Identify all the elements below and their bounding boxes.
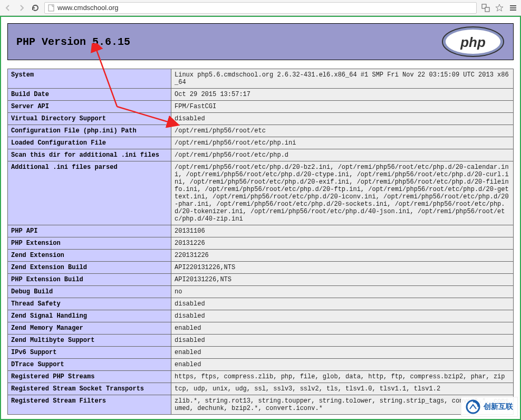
menu-button[interactable]: [508, 3, 518, 13]
watermark-text: 创新互联: [484, 402, 513, 412]
config-value: API220131226,NTS: [171, 262, 514, 274]
table-row: Registered Stream Socket Transportstcp, …: [8, 383, 514, 395]
arrow-right-icon: [18, 4, 25, 12]
config-key: Configuration File (php.ini) Path: [8, 125, 171, 137]
table-row: DTrace Supportenabled: [8, 359, 514, 371]
table-row: Zend Signal Handlingdisabled: [8, 310, 514, 322]
config-key: IPv6 Support: [8, 347, 171, 359]
url-text: www.cmdschool.org: [57, 4, 119, 12]
config-value: Linux php5.6.cmdschool.org 2.6.32-431.el…: [171, 69, 514, 89]
config-value: 220131226: [171, 250, 514, 262]
table-row: Zend Memory Managerenabled: [8, 322, 514, 335]
config-key: Server API: [8, 101, 171, 113]
config-value: 20131106: [171, 225, 514, 237]
table-row: Zend Extension220131226: [8, 250, 514, 262]
config-key: Registered PHP Streams: [8, 371, 171, 383]
config-value: /opt/remi/php56/root/etc/php.d/20-bz2.in…: [171, 161, 514, 225]
reload-icon: [31, 4, 40, 12]
config-key: Zend Extension: [8, 250, 171, 262]
svg-rect-2: [485, 7, 489, 12]
config-value: tcp, udp, unix, udg, ssl, sslv3, sslv2, …: [171, 383, 514, 395]
table-row: Additional .ini files parsed/opt/remi/ph…: [8, 161, 514, 225]
config-key: Zend Memory Manager: [8, 322, 171, 335]
config-key: Zend Signal Handling: [8, 310, 171, 322]
config-key: System: [8, 69, 171, 89]
watermark-logo-icon: [466, 399, 480, 414]
config-key: Virtual Directory Support: [8, 113, 171, 125]
table-row: Scan this dir for additional .ini files/…: [8, 149, 514, 161]
config-value: disabled: [171, 113, 514, 125]
php-logo-icon: php: [441, 26, 505, 58]
forward-button[interactable]: [17, 3, 26, 13]
arrow-left-icon: [4, 4, 12, 12]
svg-point-8: [467, 400, 479, 413]
svg-rect-0: [49, 5, 54, 11]
table-row: Configuration File (php.ini) Path/opt/re…: [8, 125, 514, 137]
config-key: Loaded Configuration File: [8, 137, 171, 149]
config-value: disabled: [171, 298, 514, 310]
php-version-title: PHP Version 5.6.15: [16, 36, 130, 48]
star-icon: [495, 4, 504, 12]
phpinfo-page: PHP Version 5.6.15 php SystemLinux php5.…: [1, 17, 520, 420]
watermark: 创新互联: [461, 397, 518, 417]
hamburger-icon: [509, 4, 517, 12]
reload-button[interactable]: [31, 3, 40, 13]
table-row: Zend Multibyte Supportdisabled: [8, 335, 514, 347]
table-row: SystemLinux php5.6.cmdschool.org 2.6.32-…: [8, 69, 514, 89]
config-value: enabled: [171, 322, 514, 335]
config-key: PHP Extension: [8, 237, 171, 250]
config-value: disabled: [171, 335, 514, 347]
config-value: enabled: [171, 347, 514, 359]
page-viewport[interactable]: PHP Version 5.6.15 php SystemLinux php5.…: [0, 16, 521, 420]
translate-button[interactable]: [481, 3, 490, 13]
phpinfo-header: PHP Version 5.6.15 php: [7, 23, 514, 60]
config-key: PHP Extension Build: [8, 274, 171, 286]
config-value: Oct 29 2015 13:57:17: [171, 89, 514, 101]
config-key: Scan this dir for additional .ini files: [8, 149, 171, 161]
config-value: API20131226,NTS: [171, 274, 514, 286]
table-row: Thread Safetydisabled: [8, 298, 514, 310]
back-button[interactable]: [3, 3, 13, 13]
config-key: Build Date: [8, 89, 171, 101]
table-row: Zend Extension BuildAPI220131226,NTS: [8, 262, 514, 274]
browser-toolbar: www.cmdschool.org: [0, 0, 521, 16]
table-row: Virtual Directory Supportdisabled: [8, 113, 514, 125]
phpinfo-table: SystemLinux php5.6.cmdschool.org 2.6.32-…: [7, 69, 514, 415]
config-key: PHP API: [8, 225, 171, 237]
config-value: /opt/remi/php56/root/etc: [171, 125, 514, 137]
config-key: Additional .ini files parsed: [8, 161, 171, 225]
translate-icon: [481, 4, 490, 12]
table-row: PHP Extension BuildAPI20131226,NTS: [8, 274, 514, 286]
table-row: PHP API20131106: [8, 225, 514, 237]
svg-text:php: php: [460, 34, 486, 50]
config-key: DTrace Support: [8, 359, 171, 371]
page-icon: [48, 4, 54, 12]
table-row: Registered Stream Filterszlib.*, string.…: [8, 395, 514, 415]
config-value: /opt/remi/php56/root/etc/php.ini: [171, 137, 514, 149]
bookmark-button[interactable]: [495, 3, 504, 13]
config-key: Registered Stream Filters: [8, 395, 171, 415]
address-bar[interactable]: www.cmdschool.org: [44, 2, 477, 14]
table-row: Build DateOct 29 2015 13:57:17: [8, 89, 514, 101]
config-value: FPM/FastCGI: [171, 101, 514, 113]
table-row: PHP Extension20131226: [8, 237, 514, 250]
table-row: Server APIFPM/FastCGI: [8, 101, 514, 113]
config-key: Zend Multibyte Support: [8, 335, 171, 347]
config-value: no: [171, 286, 514, 298]
config-value: 20131226: [171, 237, 514, 250]
config-value: enabled: [171, 359, 514, 371]
config-value: https, ftps, compress.zlib, php, file, g…: [171, 371, 514, 383]
config-key: Debug Build: [8, 286, 171, 298]
table-row: Registered PHP Streamshttps, ftps, compr…: [8, 371, 514, 383]
table-row: IPv6 Supportenabled: [8, 347, 514, 359]
config-value: /opt/remi/php56/root/etc/php.d: [171, 149, 514, 161]
config-key: Registered Stream Socket Transports: [8, 383, 171, 395]
config-value: disabled: [171, 310, 514, 322]
config-key: Zend Extension Build: [8, 262, 171, 274]
config-key: Thread Safety: [8, 298, 171, 310]
table-row: Loaded Configuration File/opt/remi/php56…: [8, 137, 514, 149]
table-row: Debug Buildno: [8, 286, 514, 298]
